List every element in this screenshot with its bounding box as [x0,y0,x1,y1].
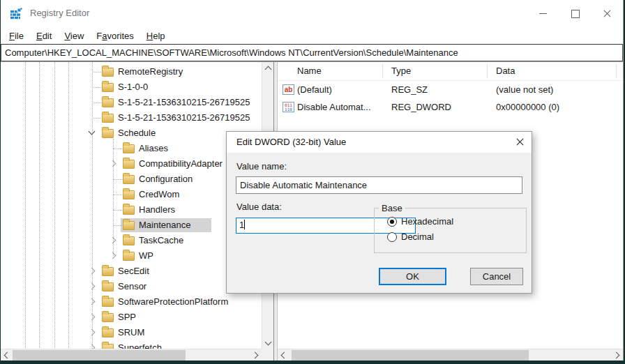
tree-connector [87,95,98,110]
base-group: Base HexadecimalDecimal [374,203,527,253]
values-hscroll-thumb[interactable] [292,350,529,361]
radio-hexadecimal[interactable]: Hexadecimal [387,216,526,227]
tree-item-label: SecEdit [118,266,149,277]
folder-icon [102,298,114,307]
tree-item-label: TaskCache [139,235,183,246]
column-header-name[interactable]: Name [297,66,322,76]
tree-item-s-1-5-21-1536310215-26719525[interactable]: S-1-5-21-1536310215-26719525 [1,110,261,126]
scroll-left-icon[interactable] [4,352,11,359]
tree-item-handlers[interactable]: Handlers [1,202,261,218]
menu-view[interactable]: View [58,29,90,43]
folder-icon [123,144,135,153]
expand-chevron-icon[interactable] [87,294,98,310]
folder-icon [123,236,135,245]
tree-item-label: Schedule [118,128,156,139]
collapse-chevron-icon[interactable] [87,126,98,141]
column-header-type[interactable]: Type [391,66,411,76]
tree-item-credwom[interactable]: CredWom [1,187,261,202]
folder-icon [102,98,114,107]
folder-icon [102,282,114,291]
tree-item-label: WP [139,250,153,261]
folder-icon [123,175,135,184]
folder-icon [102,114,114,123]
expand-chevron-icon[interactable] [108,248,119,264]
value-name: (Default) [297,84,332,95]
tree-item-spp[interactable]: SPP [1,310,261,325]
string-value-icon: ab [283,84,294,95]
scroll-right-icon[interactable] [613,352,620,359]
expand-chevron-icon[interactable] [108,233,119,248]
tree-item-softwareprotectionplatform[interactable]: SoftwareProtectionPlatform [1,294,261,310]
tree-hscroll-thumb[interactable] [13,350,186,361]
tree-item-aliases[interactable]: Aliases [1,141,261,156]
expand-chevron-icon[interactable] [87,310,98,325]
address-bar-input[interactable] [1,44,623,61]
folder-icon [123,206,135,215]
tree-item-s-1-5-21-1536310215-26719525[interactable]: S-1-5-21-1536310215-26719525 [1,95,261,110]
scroll-down-icon[interactable] [265,339,272,346]
menubar: FileEditViewFavoritesHelp [1,28,623,44]
tree-item-sensor[interactable]: Sensor [1,279,261,294]
minimize-button[interactable] [527,0,559,28]
registry-value-row[interactable]: 011110Disable Automat...REG_DWORD0x00000… [278,98,623,116]
folder-icon [102,129,114,138]
radio-label: Hexadecimal [401,216,453,227]
value-name-label: Value name: [236,161,287,172]
tree-connector [87,64,98,79]
radio-selected-icon [387,217,397,227]
tree-item-label: Handlers [139,204,175,215]
value-name: Disable Automat... [297,102,371,112]
menu-file[interactable]: File [3,29,30,43]
expand-chevron-icon[interactable] [108,156,119,172]
tree-item-label: Sensor [118,281,146,292]
tree-connector [108,187,119,202]
tree-item-remoteregistry[interactable]: RemoteRegistry [1,64,261,79]
column-separator[interactable] [487,64,488,78]
tree-item-label: SPP [118,312,136,323]
column-separator[interactable] [616,64,617,78]
screen: Registry Editor FileEditViewFavoritesHel… [0,0,625,364]
value-name-input[interactable] [236,176,522,194]
tree-item-label: RemoteRegistry [118,66,183,77]
tree-horizontal-scrollbar[interactable] [1,349,262,361]
cancel-button[interactable]: Cancel [470,268,523,285]
scroll-right-icon[interactable] [252,352,259,359]
folder-icon [102,313,114,322]
edit-dword-dialog: Edit DWORD (32-bit) Value Value name: Va… [226,131,532,294]
close-button[interactable] [591,0,623,28]
tree-item-compatibilityadapter[interactable]: CompatibilityAdapter [1,156,261,172]
expand-chevron-icon[interactable] [87,325,98,340]
tree-item-label: Aliases [139,143,168,154]
menu-help[interactable]: Help [140,29,172,43]
ok-button[interactable]: OK [379,268,446,285]
radio-unselected-icon [387,232,397,242]
values-horizontal-scrollbar[interactable] [278,349,623,361]
expand-chevron-icon[interactable] [87,264,98,279]
dialog-close-button[interactable] [508,132,532,153]
menu-favorites[interactable]: Favorites [90,29,140,43]
maximize-button[interactable] [559,0,591,28]
tree-item-schedule[interactable]: Schedule [1,126,261,141]
tree-item-taskcache[interactable]: TaskCache [1,233,261,248]
tree-item-configuration[interactable]: Configuration [1,172,261,187]
tree-item-srum[interactable]: SRUM [1,325,261,340]
radio-decimal[interactable]: Decimal [387,232,526,243]
scroll-left-icon[interactable] [281,352,288,359]
scrollbar-corner [262,349,273,361]
expand-chevron-icon[interactable] [87,279,98,294]
column-header-data[interactable]: Data [496,66,515,76]
tree-item-wp[interactable]: WP [1,248,261,264]
base-group-label: Base [379,203,405,213]
menu-edit[interactable]: Edit [30,29,58,43]
tree-item-secedit[interactable]: SecEdit [1,264,261,279]
tree-item-maintenance[interactable]: Maintenance [1,218,261,233]
column-separator[interactable] [382,64,383,78]
tree-item-s-1-0-0[interactable]: S-1-0-0 [1,79,261,95]
folder-icon [123,160,135,169]
folder-icon [102,68,114,77]
tree-view: RemoteRegistryS-1-0-0S-1-5-21-1536310215… [1,62,261,349]
folder-icon [102,83,114,92]
registry-value-row[interactable]: ab(Default)REG_SZ(value not set) [278,81,623,98]
folder-icon [102,267,114,276]
scroll-up-icon[interactable] [265,66,272,73]
